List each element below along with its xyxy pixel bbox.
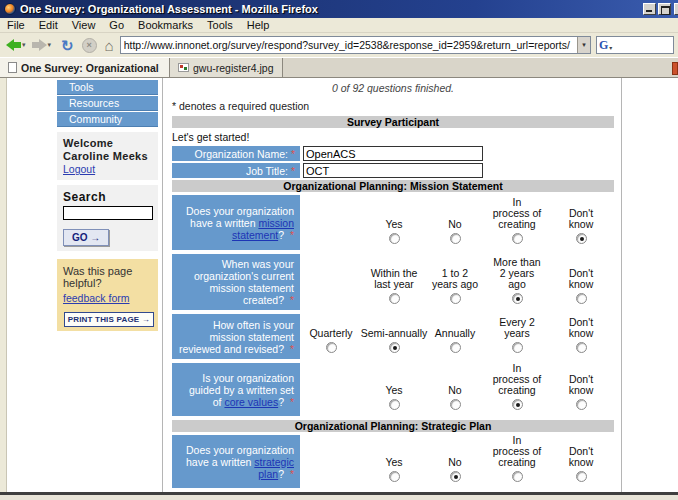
options-group: YesNoIn process of creatingDon't know — [300, 195, 612, 250]
print-page-button[interactable]: PRINT THIS PAGE → — [64, 312, 154, 327]
radio-unselected[interactable] — [512, 471, 523, 482]
option-label: Every 2 years — [499, 317, 535, 339]
tab-bar: One Survey: Organizational Assessm...gwu… — [0, 57, 678, 78]
options-group: Within the last year1 to 2 years agoMore… — [300, 254, 612, 310]
question-text: Does your organization have a written st… — [178, 444, 294, 480]
option-cell: Yes — [362, 435, 426, 488]
tab-2[interactable]: gwu-register4.jpg — [170, 58, 283, 77]
required-asterisk: * — [290, 229, 294, 241]
option-label: In process of creating — [493, 435, 541, 468]
sidebar-item-community[interactable]: Community — [57, 112, 158, 127]
question-text: How often is your mission statement revi… — [178, 319, 294, 355]
url-input[interactable] — [121, 38, 577, 52]
window-left-border — [0, 78, 7, 492]
radio-unselected[interactable] — [450, 233, 461, 244]
radio-unselected[interactable] — [576, 293, 587, 304]
firefox-icon — [4, 3, 16, 15]
radio-unselected[interactable] — [389, 471, 400, 482]
question-link[interactable]: mission statement — [232, 217, 294, 241]
question-link[interactable]: core values — [224, 396, 278, 408]
title-bar: One Survey: Organizational Assessment - … — [0, 0, 678, 18]
sidebar-item-tools[interactable]: Tools — [57, 80, 158, 95]
radio-selected[interactable] — [450, 471, 461, 482]
radio-selected[interactable] — [512, 399, 523, 410]
menu-go[interactable]: Go — [102, 18, 131, 33]
radio-unselected[interactable] — [576, 342, 587, 353]
option-label: In process of creating — [493, 197, 541, 230]
close-tab-button[interactable] — [672, 62, 678, 75]
menu-help[interactable]: Help — [240, 18, 277, 33]
menu-bar: FileEditViewGoBookmarksToolsHelp — [0, 18, 678, 33]
back-button[interactable]: ▾ — [6, 39, 28, 51]
feedback-form-link[interactable]: feedback form — [63, 292, 130, 304]
sidebar-search-input[interactable] — [63, 206, 153, 220]
forward-button[interactable]: ▾ — [32, 39, 54, 51]
option-cell — [300, 195, 362, 250]
option-cell: Yes — [362, 363, 426, 416]
navigation-toolbar: ▾ ▾ ↻ × ⌂ ▾ G ▾ — [0, 33, 678, 57]
option-label: Don't know — [569, 208, 594, 230]
radio-unselected[interactable] — [389, 293, 400, 304]
question-label: How often is your mission statement revi… — [172, 314, 300, 359]
browser-window: One Survey: Organizational Assessment - … — [0, 0, 678, 500]
radio-selected[interactable] — [512, 293, 523, 304]
radio-unselected[interactable] — [576, 471, 587, 482]
tab-label: gwu-register4.jpg — [193, 62, 274, 74]
options-group: YesNoIn process of creatingDon't know — [300, 363, 612, 416]
window-title: One Survey: Organizational Assessment - … — [20, 3, 318, 15]
back-dropdown-icon[interactable]: ▾ — [22, 41, 26, 49]
option-cell: Within the last year — [362, 254, 426, 310]
question-text: Is your organization guided by a written… — [178, 372, 294, 408]
home-icon[interactable]: ⌂ — [105, 38, 114, 53]
page-content: ToolsResourcesCommunity Welcome Caroline… — [0, 78, 678, 492]
radio-selected[interactable] — [576, 233, 587, 244]
maximize-button[interactable] — [658, 3, 671, 15]
question-label: Does your organization have a written st… — [172, 435, 300, 488]
radio-unselected[interactable] — [576, 399, 587, 410]
option-cell: In process of creating — [484, 195, 550, 250]
sidebar-item-resources[interactable]: Resources — [57, 96, 158, 111]
question-row: Does your organization have a written st… — [172, 435, 614, 488]
radio-unselected[interactable] — [326, 342, 337, 353]
search-bar[interactable]: G ▾ — [596, 36, 674, 54]
radio-unselected[interactable] — [512, 342, 523, 353]
close-button[interactable] — [674, 3, 678, 15]
question-row: When was your organization's current mis… — [172, 254, 614, 310]
radio-unselected[interactable] — [450, 399, 461, 410]
radio-unselected[interactable] — [389, 399, 400, 410]
radio-selected[interactable] — [389, 342, 400, 353]
text-input-organization-name[interactable] — [303, 146, 483, 161]
stop-icon[interactable]: × — [82, 38, 97, 53]
option-label: Don't know — [569, 317, 594, 339]
menu-file[interactable]: File — [0, 18, 32, 33]
radio-unselected[interactable] — [389, 233, 400, 244]
welcome-greeting: Welcome — [63, 137, 152, 150]
menu-view[interactable]: View — [65, 18, 103, 33]
options-group: QuarterlySemi-annuallyAnnuallyEvery 2 ye… — [300, 314, 612, 359]
question-link[interactable]: strategic plan — [254, 456, 294, 480]
option-label: Don't know — [569, 268, 594, 290]
option-cell: No — [426, 435, 484, 488]
option-cell: Don't know — [550, 363, 612, 416]
reload-icon[interactable]: ↻ — [61, 38, 74, 53]
url-dropdown-icon[interactable]: ▾ — [577, 37, 590, 53]
forward-dropdown-icon[interactable]: ▾ — [48, 41, 52, 49]
radio-unselected[interactable] — [512, 233, 523, 244]
menu-edit[interactable]: Edit — [32, 18, 65, 33]
tab-1[interactable]: One Survey: Organizational Assessm... — [0, 58, 170, 77]
radio-unselected[interactable] — [450, 342, 461, 353]
go-button[interactable]: GO → — [63, 229, 109, 246]
required-asterisk: * — [290, 468, 294, 480]
radio-unselected[interactable] — [450, 293, 461, 304]
minimize-button[interactable] — [643, 3, 656, 15]
field-label-organization-name: Organization Name:* — [172, 146, 300, 161]
option-label: Annually — [435, 328, 475, 339]
option-cell: Don't know — [550, 254, 612, 310]
menu-tools[interactable]: Tools — [200, 18, 240, 33]
option-label: Semi-annually — [361, 328, 428, 339]
search-engine-dropdown-icon[interactable]: ▾ — [609, 44, 612, 51]
text-input-job-title[interactable] — [303, 163, 483, 178]
menu-bookmarks[interactable]: Bookmarks — [131, 18, 200, 33]
logout-link[interactable]: Logout — [63, 163, 95, 175]
section-header: Organizational Planning: Mission Stateme… — [172, 180, 614, 192]
